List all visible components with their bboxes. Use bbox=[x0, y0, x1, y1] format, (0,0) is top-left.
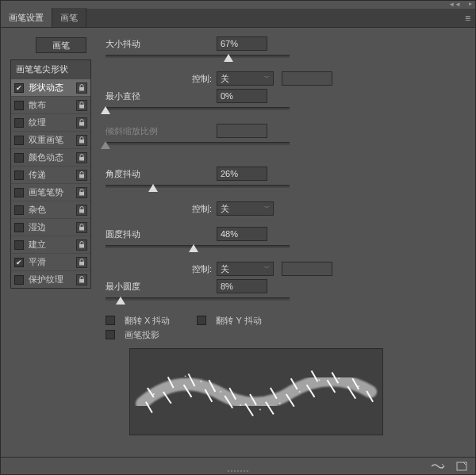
chevron-down-icon: ﹀ bbox=[264, 264, 270, 272]
lock-icon[interactable] bbox=[76, 274, 87, 285]
slider-round-jitter[interactable] bbox=[106, 243, 290, 256]
slider-min-round[interactable] bbox=[106, 296, 290, 308]
attr-checkbox[interactable] bbox=[14, 188, 24, 197]
lock-icon[interactable] bbox=[76, 257, 87, 268]
lock-icon[interactable] bbox=[76, 222, 87, 233]
svg-rect-5 bbox=[79, 174, 84, 178]
label-flip-y: 翻转 Y 抖动 bbox=[216, 315, 261, 327]
label-control-angle: 控制: bbox=[169, 203, 217, 215]
label-round-jitter: 圆度抖动 bbox=[106, 228, 217, 240]
slider-angle-jitter[interactable] bbox=[106, 183, 290, 196]
lock-icon[interactable] bbox=[76, 170, 87, 181]
input-tilt-scale bbox=[217, 124, 267, 138]
lock-icon[interactable] bbox=[76, 239, 87, 251]
attr-checkbox[interactable] bbox=[14, 240, 24, 250]
attr-checkbox[interactable] bbox=[14, 118, 24, 128]
attr-row-10[interactable]: ✔平滑 bbox=[11, 253, 90, 270]
input-min-diameter[interactable]: 0% bbox=[217, 89, 267, 103]
tab-brushes[interactable]: 画笔 bbox=[52, 8, 86, 27]
attr-checkbox[interactable]: ✔ bbox=[14, 83, 24, 93]
input-min-round[interactable]: 8% bbox=[217, 279, 267, 293]
lock-icon[interactable] bbox=[76, 135, 87, 146]
attr-row-6[interactable]: 画笔笔势 bbox=[11, 183, 90, 201]
attr-label: 散布 bbox=[29, 99, 76, 111]
collapse-icon[interactable]: ◄◄ bbox=[448, 1, 461, 8]
attr-row-9[interactable]: 建立 bbox=[11, 236, 90, 253]
toggle-preview-icon[interactable] bbox=[429, 460, 447, 473]
attr-row-8[interactable]: 湿边 bbox=[11, 218, 90, 236]
label-min-diameter: 最小直径 bbox=[106, 90, 217, 102]
input-round-jitter[interactable]: 48% bbox=[217, 227, 267, 241]
svg-rect-6 bbox=[79, 192, 84, 196]
svg-rect-4 bbox=[79, 157, 84, 161]
lock-icon[interactable] bbox=[76, 100, 87, 111]
lock-icon[interactable] bbox=[76, 82, 87, 94]
attr-label: 湿边 bbox=[29, 221, 76, 233]
attr-row-7[interactable]: 杂色 bbox=[11, 201, 90, 218]
label-control-size: 控制: bbox=[169, 73, 217, 85]
attribute-sidebar: 画笔 画笔笔尖形状 ✔形状动态散布纹理双重画笔颜色动态传递画笔笔势杂色湿边建立✔… bbox=[10, 36, 91, 435]
brush-stroke-preview bbox=[129, 348, 383, 435]
settings-area: 大小抖动 67% 控制: 关﹀ 最小直径 0% bbox=[91, 36, 469, 435]
tab-brush-settings[interactable]: 画笔设置 bbox=[1, 8, 52, 27]
attr-checkbox[interactable] bbox=[14, 205, 24, 215]
attr-label: 画笔笔势 bbox=[29, 186, 76, 198]
attr-checkbox[interactable] bbox=[14, 101, 24, 110]
svg-point-43 bbox=[299, 391, 301, 393]
select-control-size[interactable]: 关﹀ bbox=[217, 71, 274, 86]
label-control-round: 控制: bbox=[169, 263, 217, 275]
attr-row-2[interactable]: 纹理 bbox=[11, 113, 90, 131]
attr-checkbox[interactable]: ✔ bbox=[14, 258, 24, 267]
attr-row-0[interactable]: ✔形状动态 bbox=[11, 79, 90, 96]
attr-label: 双重画笔 bbox=[29, 134, 76, 146]
new-brush-icon[interactable] bbox=[453, 460, 470, 473]
checkbox-flip-y[interactable] bbox=[197, 316, 206, 325]
lock-icon[interactable] bbox=[76, 205, 87, 216]
attr-checkbox[interactable] bbox=[14, 275, 24, 285]
attr-header-brush-tip[interactable]: 画笔笔尖形状 bbox=[11, 60, 90, 79]
lock-icon[interactable] bbox=[76, 187, 87, 198]
attr-row-5[interactable]: 传递 bbox=[11, 166, 90, 183]
slider-tilt-scale bbox=[106, 140, 290, 153]
svg-rect-3 bbox=[79, 140, 84, 144]
panel-menu-icon[interactable]: ≡ bbox=[465, 13, 470, 24]
attr-row-4[interactable]: 颜色动态 bbox=[11, 148, 90, 166]
svg-point-38 bbox=[200, 381, 202, 382]
attr-checkbox[interactable] bbox=[14, 223, 24, 232]
brushes-preset-button[interactable]: 画笔 bbox=[36, 37, 86, 53]
attr-checkbox[interactable] bbox=[14, 136, 24, 145]
input-control-round-extra bbox=[282, 262, 332, 276]
svg-rect-11 bbox=[79, 279, 84, 283]
attr-row-3[interactable]: 双重画笔 bbox=[11, 131, 90, 148]
label-flip-x: 翻转 X 抖动 bbox=[125, 315, 170, 327]
select-control-angle[interactable]: 关﹀ bbox=[217, 201, 274, 216]
select-control-round[interactable]: 关﹀ bbox=[217, 262, 274, 276]
attr-row-11[interactable]: 保护纹理 bbox=[11, 270, 90, 288]
attr-label: 传递 bbox=[29, 169, 76, 181]
checkbox-flip-x[interactable] bbox=[106, 316, 115, 325]
svg-rect-8 bbox=[79, 227, 84, 231]
lock-icon[interactable] bbox=[76, 117, 87, 128]
svg-rect-9 bbox=[79, 244, 84, 248]
label-min-round: 最小圆度 bbox=[106, 281, 217, 293]
attr-checkbox[interactable] bbox=[14, 153, 24, 163]
resize-grip[interactable] bbox=[222, 470, 254, 473]
attr-checkbox[interactable] bbox=[14, 170, 24, 180]
attr-label: 杂色 bbox=[29, 204, 76, 216]
slider-size-jitter[interactable] bbox=[106, 53, 290, 66]
svg-point-46 bbox=[358, 385, 359, 387]
slider-min-diameter[interactable] bbox=[106, 105, 290, 118]
attr-label: 建立 bbox=[29, 239, 76, 251]
attr-row-1[interactable]: 散布 bbox=[11, 96, 90, 113]
attr-label: 保护纹理 bbox=[29, 274, 76, 285]
svg-point-45 bbox=[338, 377, 340, 379]
checkbox-brush-projection[interactable] bbox=[106, 330, 115, 339]
attr-label: 颜色动态 bbox=[29, 151, 76, 163]
label-angle-jitter: 角度抖动 bbox=[106, 168, 217, 180]
lock-icon[interactable] bbox=[76, 152, 87, 163]
input-size-jitter[interactable]: 67% bbox=[217, 36, 267, 51]
svg-rect-2 bbox=[79, 122, 84, 126]
input-angle-jitter[interactable]: 26% bbox=[217, 167, 267, 181]
panel-chevron-icon[interactable]: ▸ bbox=[469, 0, 472, 7]
attribute-list: 画笔笔尖形状 ✔形状动态散布纹理双重画笔颜色动态传递画笔笔势杂色湿边建立✔平滑保… bbox=[10, 59, 91, 289]
